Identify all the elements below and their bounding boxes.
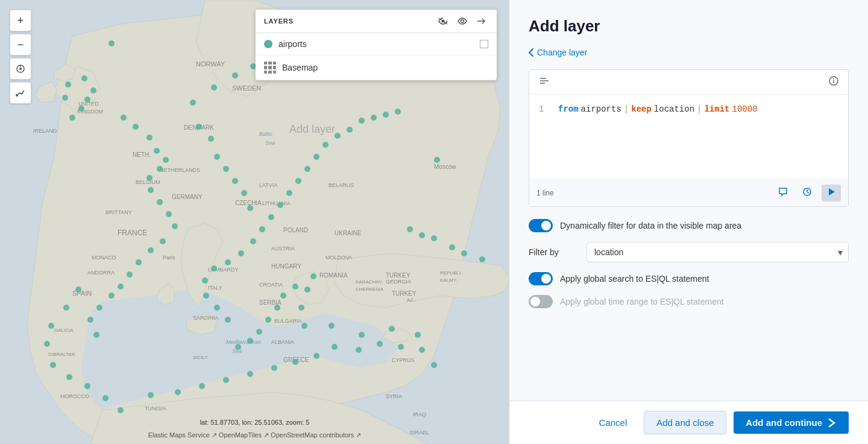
kw-limit: limit — [704, 104, 729, 114]
change-layer-link[interactable]: Change layer — [529, 48, 849, 57]
svg-text:SPAIN: SPAIN — [72, 290, 92, 297]
svg-text:SARDINIA: SARDINIA — [193, 315, 219, 321]
svg-point-125 — [214, 305, 220, 311]
zoom-in-button[interactable]: + — [10, 10, 31, 31]
code-format-icon[interactable] — [536, 75, 552, 89]
code-info-icon[interactable] — [826, 75, 841, 89]
svg-point-133 — [268, 214, 274, 220]
svg-point-159 — [247, 205, 253, 211]
svg-point-63 — [84, 97, 90, 103]
layer-basemap[interactable]: Basemap — [256, 56, 497, 80]
svg-point-169 — [16, 94, 18, 97]
layers-title: LAYERS — [264, 17, 294, 25]
kw-number: 10000 — [732, 104, 757, 114]
svg-point-145 — [395, 109, 401, 115]
global-search-toggle[interactable] — [529, 272, 553, 285]
svg-text:IRAQ: IRAQ — [413, 411, 426, 417]
svg-point-86 — [75, 287, 81, 293]
svg-text:CHERKESIA: CHERKESIA — [356, 287, 384, 292]
svg-point-77 — [160, 238, 166, 244]
svg-text:MONACO: MONACO — [92, 255, 116, 261]
layers-eye-icon[interactable] — [456, 16, 469, 27]
kw-table: airports — [581, 104, 621, 114]
svg-point-71 — [157, 166, 163, 172]
code-editor-toolbar — [529, 70, 848, 95]
svg-text:GIBRALTAR: GIBRALTAR — [48, 352, 75, 357]
svg-text:REPUBLI..: REPUBLI.. — [440, 270, 464, 276]
svg-point-74 — [157, 199, 163, 205]
svg-point-107 — [419, 347, 425, 353]
code-content: from airports | keep location | limit 10… — [558, 104, 758, 114]
svg-point-81 — [118, 284, 124, 290]
svg-point-113 — [301, 323, 307, 329]
svg-point-116 — [310, 273, 316, 279]
layer-airports-checkbox[interactable] — [480, 40, 488, 48]
svg-point-138 — [313, 154, 319, 160]
code-editor-body[interactable]: 1 from airports | keep location | limit … — [529, 95, 848, 179]
svg-text:TURKEY: TURKEY — [386, 272, 410, 279]
draw-button[interactable] — [10, 82, 31, 104]
svg-point-167 — [19, 68, 22, 70]
filter-by-select[interactable]: location — [587, 242, 849, 262]
layer-basemap-icon — [264, 62, 276, 74]
svg-point-94 — [118, 407, 124, 413]
change-layer-label: Change layer — [537, 48, 587, 57]
global-time-toggle[interactable] — [529, 295, 553, 308]
svg-point-126 — [203, 293, 209, 299]
svg-point-72 — [146, 175, 153, 181]
svg-point-83 — [96, 305, 102, 311]
svg-point-130 — [238, 250, 244, 256]
svg-point-62 — [90, 87, 96, 94]
svg-point-127 — [202, 278, 208, 284]
add-and-close-button[interactable]: Add and close — [644, 411, 726, 434]
layer-dot-airports — [264, 40, 272, 48]
svg-point-106 — [398, 344, 404, 350]
layers-visibility-icon[interactable] — [436, 16, 450, 27]
svg-text:CYPRUS: CYPRUS — [392, 357, 415, 363]
dynamic-filter-label: Dynamically filter for data in the visib… — [560, 221, 741, 230]
layers-actions — [436, 16, 488, 27]
svg-text:Paris: Paris — [163, 255, 175, 261]
layers-header: LAYERS — [256, 10, 497, 33]
svg-point-96 — [175, 389, 181, 395]
svg-point-69 — [154, 148, 160, 154]
svg-point-92 — [84, 383, 90, 389]
svg-point-122 — [247, 338, 253, 344]
svg-text:IRELAND: IRELAND — [33, 128, 57, 134]
svg-point-99 — [247, 371, 253, 377]
svg-point-117 — [292, 284, 298, 290]
svg-text:LATVIA: LATVIA — [259, 182, 277, 188]
svg-point-105 — [377, 341, 383, 347]
compass-button[interactable] — [10, 58, 31, 80]
svg-point-108 — [431, 362, 437, 368]
svg-point-109 — [359, 332, 365, 338]
run-query-icon[interactable] — [822, 185, 841, 201]
zoom-out-button[interactable]: − — [10, 34, 31, 56]
filter-by-label: Filter by — [529, 247, 577, 257]
svg-point-165 — [479, 256, 485, 262]
global-time-row: Apply global time range to ES|QL stateme… — [529, 295, 849, 308]
svg-point-153 — [196, 124, 202, 130]
svg-point-115 — [304, 287, 310, 293]
dynamic-filter-row: Dynamically filter for data in the visib… — [529, 219, 849, 232]
svg-point-161 — [419, 232, 425, 238]
svg-point-103 — [332, 344, 338, 350]
layers-arrow-icon[interactable] — [475, 16, 488, 27]
layer-airports-label: airports — [278, 39, 474, 49]
comment-icon[interactable] — [773, 185, 793, 201]
add-and-continue-button[interactable]: Add and continue — [734, 411, 849, 434]
page-title: Add layer — [529, 17, 849, 36]
svg-point-80 — [127, 271, 133, 278]
dynamic-filter-toggle[interactable] — [529, 219, 553, 232]
action-bar: Cancel Add and close Add and continue — [509, 401, 868, 444]
svg-point-93 — [102, 395, 108, 401]
toggle-slider-dynamic — [529, 219, 553, 232]
svg-point-102 — [313, 353, 319, 359]
cancel-button[interactable]: Cancel — [590, 411, 637, 434]
svg-point-171 — [461, 20, 464, 23]
history-icon[interactable] — [797, 185, 817, 201]
kw-keep: keep — [631, 104, 652, 114]
svg-point-75 — [166, 211, 172, 217]
layer-airports[interactable]: airports — [256, 33, 497, 56]
svg-point-97 — [199, 383, 205, 389]
